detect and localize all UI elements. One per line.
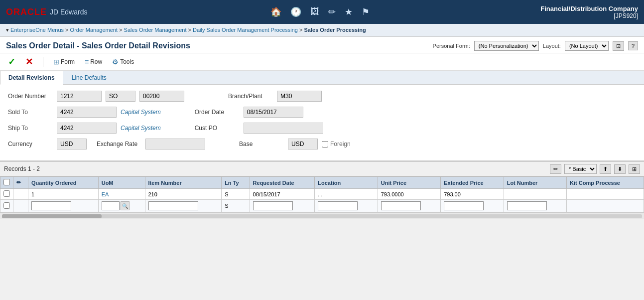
col-header-item: Item Number xyxy=(145,177,222,189)
base-currency-input[interactable] xyxy=(288,139,318,150)
row2-ext-price-cell xyxy=(441,200,504,212)
currency-input[interactable] xyxy=(57,139,87,150)
base-label: Base xyxy=(239,141,284,148)
row2-qty-cell xyxy=(28,200,99,212)
order-company-input[interactable] xyxy=(139,91,184,102)
image-icon[interactable]: 🖼 xyxy=(310,6,319,17)
tab-detail-revisions[interactable]: Detail Revisions xyxy=(0,71,63,85)
branch-plant-input[interactable] xyxy=(277,91,322,102)
row2-lnty: S xyxy=(222,200,250,212)
ship-to-row: Ship To Capital System Cust PO xyxy=(8,123,636,134)
ship-to-label: Ship To xyxy=(8,125,53,132)
order-number-input[interactable] xyxy=(57,91,102,102)
row2-uom-input[interactable] xyxy=(102,201,120,210)
grid-table: ✏ Quantity Ordered UoM Item Number Ln Ty… xyxy=(0,176,644,212)
flag-icon[interactable]: ⚑ xyxy=(362,6,370,17)
row2-item-input[interactable] xyxy=(148,201,198,210)
scrollbar-thumb xyxy=(2,214,102,218)
sold-to-input[interactable] xyxy=(57,107,117,118)
import-button[interactable]: ⬇ xyxy=(614,164,626,174)
row2-qty-input[interactable] xyxy=(31,201,71,210)
row1-check-cell xyxy=(0,189,13,200)
favorites-icon[interactable]: ★ xyxy=(345,6,353,17)
cancel-button[interactable]: ✕ xyxy=(23,55,35,68)
exchange-rate-input[interactable] xyxy=(145,139,205,150)
row1-edit-cell xyxy=(13,189,28,200)
row2-location-input[interactable] xyxy=(318,201,358,210)
row2-lot-input[interactable] xyxy=(507,201,547,210)
breadcrumb-current: Sales Order Processing xyxy=(304,27,366,33)
currency-label: Currency xyxy=(8,141,53,148)
x-icon: ✕ xyxy=(25,56,33,67)
sold-to-name: Capital System xyxy=(121,109,161,116)
row2-req-date-input[interactable] xyxy=(253,201,293,210)
layout-select[interactable]: (No Layout) xyxy=(565,41,609,51)
foreign-checkbox-label: Foreign xyxy=(322,141,351,148)
grid-toolbar: Records 1 - 2 ✏ * Basic ⬆ ⬇ ⊞ xyxy=(0,162,644,176)
order-date-input[interactable] xyxy=(244,107,303,118)
help-button[interactable]: ? xyxy=(628,41,638,50)
currency-row: Currency Exchange Rate Base Foreign xyxy=(8,139,636,150)
ship-to-input[interactable] xyxy=(57,123,117,134)
row1-unit-price: 793.0000 xyxy=(378,189,440,200)
table-row: 🔍 S xyxy=(0,200,644,212)
row2-ext-price-input[interactable] xyxy=(444,201,484,210)
export-button[interactable]: ⬆ xyxy=(600,164,611,174)
form-label: Form xyxy=(61,58,75,65)
exchange-rate-label: Exchange Rate xyxy=(97,141,141,148)
header-controls: Personal Form: (No Personalization) Layo… xyxy=(433,41,638,51)
nav-icon-group: 🏠 🕐 🖼 ✏ ★ ⚑ xyxy=(99,6,540,17)
row2-checkbox[interactable] xyxy=(3,202,10,209)
view-select[interactable]: * Basic xyxy=(564,164,597,174)
col-header-check xyxy=(0,177,13,189)
col-header-kit: Kit Comp Processe xyxy=(567,177,644,189)
horizontal-scrollbar[interactable] xyxy=(0,212,644,219)
row2-check-cell xyxy=(0,200,13,212)
row1-checkbox[interactable] xyxy=(3,190,10,197)
top-navigation: ORACLE JD Edwards 🏠 🕐 🖼 ✏ ★ ⚑ Financial/… xyxy=(0,0,644,24)
row2-search-button[interactable]: 🔍 xyxy=(121,201,129,210)
layout-label: Layout: xyxy=(543,43,561,49)
jde-text: JD Edwards xyxy=(50,8,87,16)
row1-location: . . xyxy=(315,189,378,200)
tools-button[interactable]: ⚙ Tools xyxy=(110,57,136,67)
col-header-lnty: Ln Ty xyxy=(222,177,250,189)
edit-icon[interactable]: ✏ xyxy=(328,6,336,17)
personalize-button[interactable]: ⊡ xyxy=(613,41,624,51)
cust-po-input[interactable] xyxy=(244,123,323,134)
personal-form-label: Personal Form: xyxy=(433,43,470,49)
col-header-uom: UoM xyxy=(98,177,145,189)
grid-options-button[interactable]: ⊞ xyxy=(629,164,640,174)
breadcrumb-daily-sales[interactable]: Daily Sales Order Management Processing xyxy=(193,27,298,33)
table-row: 1 EA 210 S 08/15/2017 . . 793.0000 793.0… xyxy=(0,189,644,200)
ship-to-name: Capital System xyxy=(121,125,161,132)
row1-lot xyxy=(504,189,566,200)
history-icon[interactable]: 🕐 xyxy=(290,6,301,17)
tab-line-defaults[interactable]: Line Defaults xyxy=(63,71,115,84)
row-icon: ≡ xyxy=(85,58,89,66)
check-icon: ✓ xyxy=(8,56,15,67)
save-button[interactable]: ✓ xyxy=(6,55,17,68)
page-header: Sales Order Detail - Sales Order Detail … xyxy=(0,37,644,53)
foreign-label: Foreign xyxy=(330,141,351,148)
home-icon[interactable]: 🏠 xyxy=(270,6,281,17)
personal-form-select[interactable]: (No Personalization) xyxy=(474,41,539,51)
breadcrumb-order-management[interactable]: Order Management xyxy=(70,27,118,33)
grid-edit-button[interactable]: ✏ xyxy=(550,164,561,174)
form-body: Order Number Branch/Plant Sold To Capita… xyxy=(0,85,644,160)
col-header-lot: Lot Number xyxy=(504,177,566,189)
breadcrumb-enterpriseone[interactable]: EnterpriseOne Menus xyxy=(10,27,64,33)
form-icon: ⊞ xyxy=(53,58,59,66)
foreign-checkbox[interactable] xyxy=(322,141,328,148)
breadcrumb-sales-order-management[interactable]: Sales Order Management xyxy=(124,27,187,33)
form-area: Detail Revisions Line Defaults Order Num… xyxy=(0,71,644,161)
scrollbar-track xyxy=(2,214,642,218)
form-button[interactable]: ⊞ Form xyxy=(51,57,77,67)
select-all-checkbox[interactable] xyxy=(3,179,10,185)
order-number-row: Order Number Branch/Plant xyxy=(8,91,636,102)
row1-ext-price: 793.00 xyxy=(441,189,504,200)
col-header-unit-price: Unit Price xyxy=(378,177,440,189)
row-button[interactable]: ≡ Row xyxy=(83,57,104,67)
row2-unit-price-input[interactable] xyxy=(381,201,421,210)
order-type-input[interactable] xyxy=(106,91,135,102)
